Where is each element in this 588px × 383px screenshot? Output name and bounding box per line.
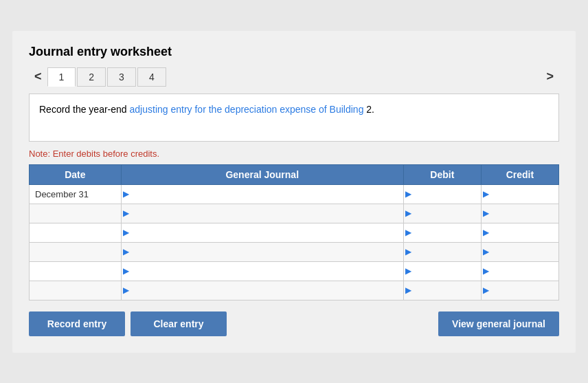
arrow-icon-c3: ▶ [483, 228, 489, 237]
debit-cell-6[interactable]: ▶ [403, 281, 481, 300]
note-text: Note: Enter debits before credits. [29, 149, 559, 159]
prev-nav-button[interactable]: < [29, 68, 47, 85]
arrow-icon-d3: ▶ [405, 228, 411, 237]
credit-cell-2[interactable]: ▶ [481, 204, 558, 223]
page-title: Journal entry worksheet [29, 45, 559, 59]
arrow-icon-j5: ▶ [123, 266, 129, 276]
table-row: ▶ ▶ ▶ [30, 281, 559, 300]
arrow-icon-c2: ▶ [483, 208, 489, 218]
tab-1[interactable]: 1 [47, 67, 76, 87]
instruction-box: Record the year-end adjusting entry for … [29, 94, 559, 142]
buttons-row: Record entry Clear entry View general jo… [29, 311, 559, 336]
arrow-icon-d1: ▶ [405, 189, 411, 199]
view-journal-button[interactable]: View general journal [438, 311, 559, 336]
debit-cell-4[interactable]: ▶ [403, 242, 481, 261]
credit-input-1[interactable] [489, 185, 558, 203]
journal-cell-3[interactable]: ▶ [121, 223, 403, 242]
arrow-icon-j3: ▶ [123, 228, 129, 237]
debit-input-3[interactable] [411, 223, 481, 241]
journal-input-1[interactable] [129, 185, 403, 203]
journal-input-2[interactable] [129, 204, 403, 222]
tabs-container: 1 2 3 4 [47, 67, 168, 87]
arrow-icon-c1: ▶ [483, 189, 489, 199]
journal-table: Date General Journal Debit Credit Decemb… [29, 164, 559, 300]
date-cell-6 [30, 281, 122, 300]
credit-cell-1[interactable]: ▶ [481, 184, 558, 204]
debit-input-2[interactable] [411, 204, 481, 222]
arrow-icon-j1: ▶ [123, 189, 129, 199]
date-cell-3 [30, 223, 122, 242]
journal-cell-4[interactable]: ▶ [121, 242, 403, 261]
tab-3[interactable]: 3 [107, 67, 136, 87]
arrow-icon-d2: ▶ [405, 208, 411, 218]
tab-4[interactable]: 4 [137, 67, 166, 87]
credit-input-2[interactable] [489, 204, 558, 222]
table-row: ▶ ▶ ▶ [30, 242, 559, 261]
debit-input-5[interactable] [411, 262, 481, 280]
debit-input-1[interactable] [411, 185, 481, 203]
col-header-journal: General Journal [121, 164, 403, 184]
debit-cell-5[interactable]: ▶ [403, 261, 481, 281]
next-nav-button[interactable]: > [541, 68, 559, 85]
arrow-icon-j6: ▶ [123, 285, 129, 295]
arrow-icon-c4: ▶ [483, 247, 489, 256]
journal-cell-6[interactable]: ▶ [121, 281, 403, 300]
table-row: ▶ ▶ ▶ [30, 223, 559, 242]
credit-input-5[interactable] [489, 262, 558, 280]
debit-input-6[interactable] [411, 281, 481, 299]
table-row: ▶ ▶ ▶ [30, 204, 559, 223]
col-header-debit: Debit [403, 164, 481, 184]
arrow-icon-d6: ▶ [405, 285, 411, 295]
journal-input-6[interactable] [129, 281, 403, 299]
journal-input-3[interactable] [129, 223, 403, 241]
credit-input-3[interactable] [489, 223, 558, 241]
credit-cell-6[interactable]: ▶ [481, 281, 558, 300]
tab-2[interactable]: 2 [77, 67, 106, 87]
journal-cell-1[interactable]: ▶ [121, 184, 403, 204]
arrow-icon-c5: ▶ [483, 266, 489, 276]
table-row: ▶ ▶ ▶ [30, 261, 559, 281]
record-entry-button[interactable]: Record entry [29, 311, 125, 336]
table-row: December 31 ▶ ▶ ▶ [30, 184, 559, 204]
journal-cell-2[interactable]: ▶ [121, 204, 403, 223]
date-cell-4 [30, 242, 122, 261]
debit-cell-3[interactable]: ▶ [403, 223, 481, 242]
instruction-highlight: adjusting entry for the depreciation exp… [130, 104, 364, 115]
col-header-credit: Credit [481, 164, 558, 184]
journal-cell-5[interactable]: ▶ [121, 261, 403, 281]
arrow-icon-j2: ▶ [123, 208, 129, 218]
date-cell-5 [30, 261, 122, 281]
journal-input-5[interactable] [129, 262, 403, 280]
credit-input-4[interactable] [489, 243, 558, 261]
arrow-icon-d5: ▶ [405, 266, 411, 276]
credit-input-6[interactable] [489, 281, 558, 299]
col-header-date: Date [30, 164, 122, 184]
arrow-icon-j4: ▶ [123, 247, 129, 256]
arrow-icon-c6: ▶ [483, 285, 489, 295]
arrow-icon-d4: ▶ [405, 247, 411, 256]
credit-cell-3[interactable]: ▶ [481, 223, 558, 242]
debit-cell-2[interactable]: ▶ [403, 204, 481, 223]
credit-cell-5[interactable]: ▶ [481, 261, 558, 281]
date-cell-1: December 31 [30, 184, 122, 204]
credit-cell-4[interactable]: ▶ [481, 242, 558, 261]
debit-cell-1[interactable]: ▶ [403, 184, 481, 204]
clear-entry-button[interactable]: Clear entry [131, 311, 227, 336]
debit-input-4[interactable] [411, 243, 481, 261]
date-cell-2 [30, 204, 122, 223]
journal-input-4[interactable] [129, 243, 403, 261]
